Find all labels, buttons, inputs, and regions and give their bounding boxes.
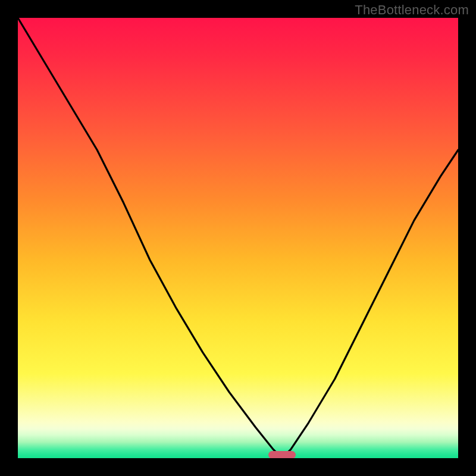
- chart-frame: TheBottleneck.com: [0, 0, 476, 476]
- optimal-marker: [268, 451, 296, 458]
- bottleneck-curve: [18, 18, 458, 458]
- plot-area: [18, 18, 458, 458]
- watermark-text: TheBottleneck.com: [355, 2, 469, 18]
